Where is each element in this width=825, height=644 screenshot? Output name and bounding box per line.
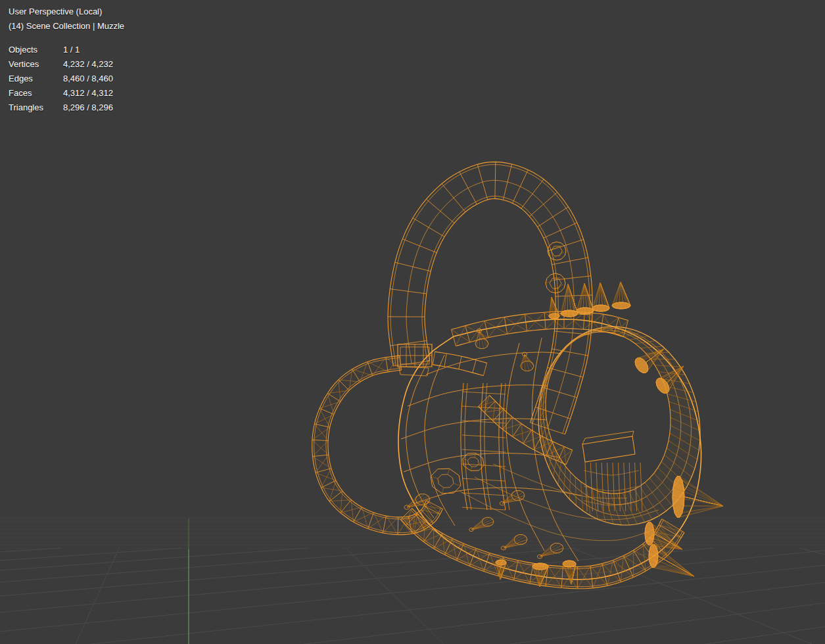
3d-viewport[interactable]: User Perspective (Local) (14) Scene Coll… (0, 0, 825, 644)
floor-grid (0, 517, 825, 644)
scene-svg[interactable] (0, 0, 825, 644)
